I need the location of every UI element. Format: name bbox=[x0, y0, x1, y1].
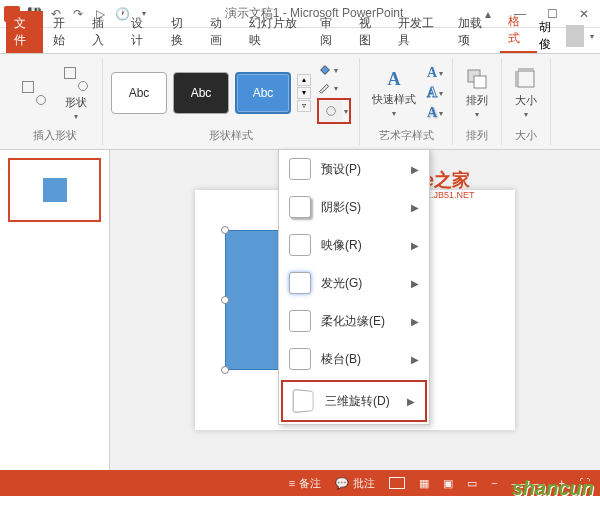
avatar[interactable] bbox=[566, 25, 584, 47]
bevel-icon bbox=[289, 348, 311, 370]
quick-styles-label: 快速样式 bbox=[372, 92, 416, 107]
tab-file[interactable]: 文件 bbox=[6, 11, 43, 53]
slide-thumbnail-1[interactable] bbox=[8, 158, 101, 222]
tab-developer[interactable]: 开发工具 bbox=[390, 11, 448, 53]
submenu-arrow-icon: ▶ bbox=[407, 396, 415, 407]
group-size: 大小 ▾ 大小 bbox=[502, 58, 551, 145]
view-normal[interactable] bbox=[389, 477, 405, 489]
menu-preset[interactable]: 预设(P) ▶ bbox=[279, 150, 429, 188]
shape-fill-button[interactable]: ▾ bbox=[317, 62, 351, 78]
shapes-label: 形状 bbox=[65, 95, 87, 110]
effects-icon bbox=[324, 104, 338, 118]
quick-styles-button[interactable]: A 快速样式 ▾ bbox=[368, 67, 420, 120]
text-fill-button[interactable]: A▾ bbox=[426, 64, 444, 82]
slide-thumbnail-panel: 1 bbox=[0, 150, 110, 470]
shape-style-1[interactable]: Abc bbox=[111, 72, 167, 114]
tab-view[interactable]: 视图 bbox=[351, 11, 388, 53]
resize-handle-ml[interactable] bbox=[221, 296, 229, 304]
group-label-size: 大小 bbox=[515, 126, 537, 145]
tab-addins[interactable]: 加载项 bbox=[450, 11, 498, 53]
group-shape-styles: Abc Abc Abc ▴ ▾ ▿ ▾ ▾ ▾ bbox=[103, 58, 360, 145]
size-button[interactable]: 大小 ▾ bbox=[510, 65, 542, 121]
style-scroll-up[interactable]: ▴ bbox=[297, 74, 311, 86]
text-effects-button[interactable]: A▾ bbox=[426, 104, 444, 122]
tab-insert[interactable]: 插入 bbox=[84, 11, 121, 53]
shadow-icon bbox=[289, 196, 311, 218]
zoom-out[interactable]: − bbox=[491, 477, 497, 489]
menu-glow[interactable]: 发光(G) ▶ bbox=[279, 264, 429, 302]
wordart-A-icon: A bbox=[388, 69, 401, 90]
group-label-insert-shape: 插入形状 bbox=[33, 126, 77, 145]
soft-edge-icon bbox=[289, 310, 311, 332]
group-wordart: A 快速样式 ▾ A▾ A▾ A▾ 艺术字样式 bbox=[360, 58, 453, 145]
status-bar: ≡ 备注 💬 批注 ▦ ▣ ▭ − ——— + ⛶ bbox=[0, 470, 600, 496]
shapes-button[interactable]: 形状 ▾ bbox=[58, 63, 94, 123]
resize-handle-bl[interactable] bbox=[221, 366, 229, 374]
comments-button[interactable]: 💬 批注 bbox=[335, 476, 375, 491]
group-arrange: 排列 ▾ 排列 bbox=[453, 58, 502, 145]
menu-shadow-label: 阴影(S) bbox=[321, 199, 401, 216]
notes-button[interactable]: ≡ 备注 bbox=[289, 476, 321, 491]
slide-number: 1 bbox=[0, 158, 1, 172]
menu-bevel[interactable]: 棱台(B) ▶ bbox=[279, 340, 429, 378]
style-scroll-down[interactable]: ▾ bbox=[297, 87, 311, 99]
user-name[interactable]: 胡俊 bbox=[539, 19, 559, 53]
svg-rect-3 bbox=[518, 71, 534, 87]
tab-slideshow[interactable]: 幻灯片放映 bbox=[241, 11, 310, 53]
shape-effects-menu: 预设(P) ▶ 阴影(S) ▶ 映像(R) ▶ 发光(G) ▶ 柔化边缘(E) … bbox=[278, 149, 430, 425]
preset-icon bbox=[289, 158, 311, 180]
user-menu[interactable]: ▾ bbox=[590, 32, 594, 41]
menu-glow-label: 发光(G) bbox=[321, 275, 401, 292]
tab-design[interactable]: 设计 bbox=[123, 11, 160, 53]
submenu-arrow-icon: ▶ bbox=[411, 240, 419, 251]
size-icon bbox=[514, 67, 538, 91]
shape-style-3[interactable]: Abc bbox=[235, 72, 291, 114]
tab-transition[interactable]: 切换 bbox=[163, 11, 200, 53]
shape-effects-button[interactable]: ▾ bbox=[317, 98, 351, 124]
tab-review[interactable]: 审阅 bbox=[312, 11, 349, 53]
site-logo: shancun bbox=[512, 477, 594, 500]
reflection-icon bbox=[289, 234, 311, 256]
size-label: 大小 bbox=[515, 93, 537, 108]
arrange-button[interactable]: 排列 ▾ bbox=[461, 65, 493, 121]
view-slideshow[interactable]: ▭ bbox=[467, 477, 477, 490]
text-outline-button[interactable]: A▾ bbox=[426, 84, 444, 102]
submenu-arrow-icon: ▶ bbox=[411, 164, 419, 175]
group-label-shape-styles: 形状样式 bbox=[209, 126, 253, 145]
tab-format[interactable]: 格式 bbox=[500, 9, 537, 53]
menu-3d-rotation[interactable]: 三维旋转(D) ▶ bbox=[281, 380, 427, 422]
view-reading[interactable]: ▣ bbox=[443, 477, 453, 490]
group-label-wordart: 艺术字样式 bbox=[379, 126, 434, 145]
menu-3d-rotation-label: 三维旋转(D) bbox=[325, 393, 397, 410]
glow-icon bbox=[289, 272, 311, 294]
menu-bevel-label: 棱台(B) bbox=[321, 351, 401, 368]
group-label-arrange: 排列 bbox=[466, 126, 488, 145]
submenu-arrow-icon: ▶ bbox=[411, 354, 419, 365]
outline-icon bbox=[318, 81, 332, 95]
menu-reflection-label: 映像(R) bbox=[321, 237, 401, 254]
menu-soft-edges-label: 柔化边缘(E) bbox=[321, 313, 401, 330]
tab-animation[interactable]: 动画 bbox=[202, 11, 239, 53]
view-sorter[interactable]: ▦ bbox=[419, 477, 429, 490]
submenu-arrow-icon: ▶ bbox=[411, 316, 419, 327]
resize-handle-tl[interactable] bbox=[221, 226, 229, 234]
fill-icon bbox=[318, 63, 332, 77]
svg-point-0 bbox=[327, 107, 336, 116]
svg-rect-2 bbox=[474, 76, 486, 88]
menu-preset-label: 预设(P) bbox=[321, 161, 401, 178]
menu-soft-edges[interactable]: 柔化边缘(E) ▶ bbox=[279, 302, 429, 340]
group-insert-shape: 形状 ▾ 插入形状 bbox=[8, 58, 103, 145]
shapes-gallery-button[interactable] bbox=[16, 77, 52, 109]
thumbnail-shape bbox=[43, 178, 67, 202]
tab-home[interactable]: 开始 bbox=[45, 11, 82, 53]
style-gallery-expand[interactable]: ▿ bbox=[297, 100, 311, 112]
menu-shadow[interactable]: 阴影(S) ▶ bbox=[279, 188, 429, 226]
arrange-label: 排列 bbox=[466, 93, 488, 108]
submenu-arrow-icon: ▶ bbox=[411, 278, 419, 289]
menu-reflection[interactable]: 映像(R) ▶ bbox=[279, 226, 429, 264]
shape-outline-button[interactable]: ▾ bbox=[317, 80, 351, 96]
rotation-3d-icon bbox=[293, 389, 314, 413]
shape-style-2[interactable]: Abc bbox=[173, 72, 229, 114]
arrange-icon bbox=[465, 67, 489, 91]
submenu-arrow-icon: ▶ bbox=[411, 202, 419, 213]
